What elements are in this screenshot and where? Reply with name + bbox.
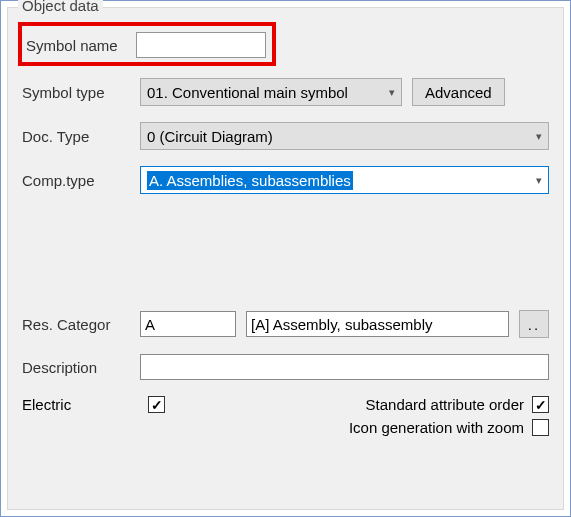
chevron-down-icon: ▾ — [536, 130, 542, 143]
description-label: Description — [22, 359, 140, 376]
doc-type-label: Doc. Type — [22, 128, 140, 145]
res-categor-browse-button[interactable]: .. — [519, 310, 549, 338]
icon-generation-zoom-label: Icon generation with zoom — [349, 419, 524, 436]
electric-checkbox[interactable] — [148, 396, 165, 413]
standard-attribute-order-label: Standard attribute order — [366, 396, 524, 413]
symbol-name-label: Symbol name — [26, 37, 136, 54]
symbol-type-dropdown[interactable]: 01. Conventional main symbol ▾ — [140, 78, 402, 106]
chevron-down-icon: ▾ — [536, 174, 542, 187]
icon-generation-zoom-checkbox[interactable] — [532, 419, 549, 436]
res-categor-desc-input[interactable] — [246, 311, 509, 337]
standard-attribute-order-checkbox[interactable] — [532, 396, 549, 413]
chevron-down-icon: ▾ — [389, 86, 395, 99]
description-input[interactable] — [140, 354, 549, 380]
doc-type-dropdown[interactable]: 0 (Circuit Diagram) ▾ — [140, 122, 549, 150]
symbol-name-highlight: Symbol name — [18, 22, 276, 66]
electric-label: Electric — [22, 396, 140, 413]
object-data-group: Object data Symbol name Symbol type 01. … — [7, 7, 564, 510]
advanced-button[interactable]: Advanced — [412, 78, 505, 106]
res-categor-label: Res. Categor — [22, 316, 140, 333]
symbol-name-input[interactable] — [136, 32, 266, 58]
comp-type-label: Comp.type — [22, 172, 140, 189]
symbol-type-label: Symbol type — [22, 84, 140, 101]
group-title: Object data — [18, 0, 103, 14]
comp-type-dropdown[interactable]: A. Assemblies, subassemblies ▾ — [140, 166, 549, 194]
res-categor-code-input[interactable] — [140, 311, 236, 337]
